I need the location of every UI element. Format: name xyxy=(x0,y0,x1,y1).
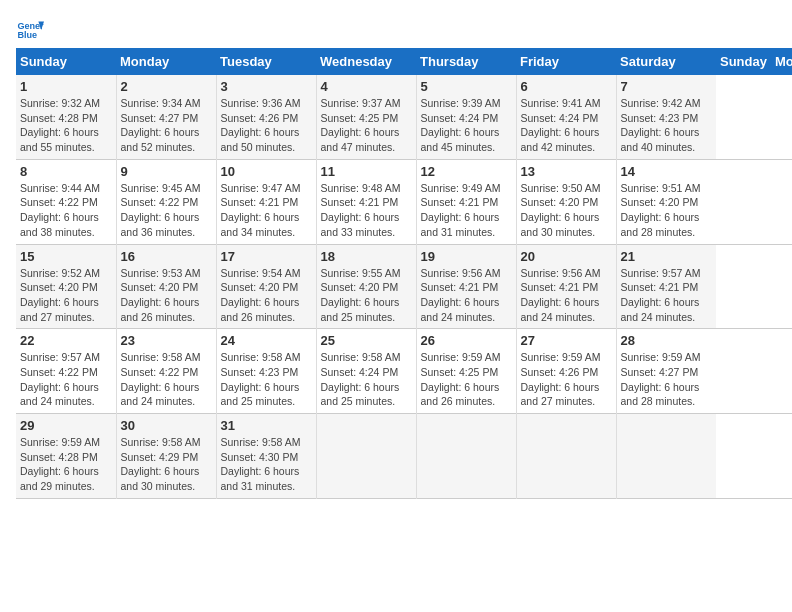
calendar-cell: 17 Sunrise: 9:54 AM Sunset: 4:20 PM Dayl… xyxy=(216,244,316,329)
day-number: 23 xyxy=(121,333,212,348)
sunrise-text: Sunrise: 9:54 AM xyxy=(221,267,301,279)
sunset-text: Sunset: 4:23 PM xyxy=(221,366,299,378)
sunset-text: Sunset: 4:22 PM xyxy=(121,196,199,208)
sunrise-text: Sunrise: 9:51 AM xyxy=(621,182,701,194)
sunrise-text: Sunrise: 9:49 AM xyxy=(421,182,501,194)
calendar-cell: 16 Sunrise: 9:53 AM Sunset: 4:20 PM Dayl… xyxy=(116,244,216,329)
daylight-text: Daylight: 6 hours and 25 minutes. xyxy=(321,296,400,323)
day-number: 12 xyxy=(421,164,512,179)
daylight-text: Daylight: 6 hours and 24 minutes. xyxy=(621,296,700,323)
day-number: 3 xyxy=(221,79,312,94)
sunset-text: Sunset: 4:20 PM xyxy=(221,281,299,293)
calendar-week-row: 15 Sunrise: 9:52 AM Sunset: 4:20 PM Dayl… xyxy=(16,244,792,329)
sunset-text: Sunset: 4:27 PM xyxy=(121,112,199,124)
day-info: Sunrise: 9:56 AM Sunset: 4:21 PM Dayligh… xyxy=(421,266,512,325)
header-monday: Monday xyxy=(116,48,216,75)
sunrise-text: Sunrise: 9:59 AM xyxy=(20,436,100,448)
sunset-text: Sunset: 4:20 PM xyxy=(20,281,98,293)
sunset-text: Sunset: 4:24 PM xyxy=(521,112,599,124)
sunrise-text: Sunrise: 9:47 AM xyxy=(221,182,301,194)
calendar-cell: 25 Sunrise: 9:58 AM Sunset: 4:24 PM Dayl… xyxy=(316,329,416,414)
day-info: Sunrise: 9:52 AM Sunset: 4:20 PM Dayligh… xyxy=(20,266,112,325)
day-info: Sunrise: 9:42 AM Sunset: 4:23 PM Dayligh… xyxy=(621,96,713,155)
day-number: 21 xyxy=(621,249,713,264)
daylight-text: Daylight: 6 hours and 27 minutes. xyxy=(20,296,99,323)
day-info: Sunrise: 9:32 AM Sunset: 4:28 PM Dayligh… xyxy=(20,96,112,155)
sunrise-text: Sunrise: 9:59 AM xyxy=(421,351,501,363)
sunset-text: Sunset: 4:30 PM xyxy=(221,451,299,463)
sunrise-text: Sunrise: 9:56 AM xyxy=(521,267,601,279)
calendar-week-row: 8 Sunrise: 9:44 AM Sunset: 4:22 PM Dayli… xyxy=(16,159,792,244)
calendar-cell: 15 Sunrise: 9:52 AM Sunset: 4:20 PM Dayl… xyxy=(16,244,116,329)
day-number: 7 xyxy=(621,79,713,94)
sunset-text: Sunset: 4:21 PM xyxy=(221,196,299,208)
sunset-text: Sunset: 4:22 PM xyxy=(20,366,98,378)
calendar-cell xyxy=(616,414,716,499)
sunset-text: Sunset: 4:20 PM xyxy=(621,196,699,208)
sunset-text: Sunset: 4:24 PM xyxy=(321,366,399,378)
day-info: Sunrise: 9:47 AM Sunset: 4:21 PM Dayligh… xyxy=(221,181,312,240)
day-info: Sunrise: 9:58 AM Sunset: 4:30 PM Dayligh… xyxy=(221,435,312,494)
day-number: 22 xyxy=(20,333,112,348)
header-saturday: Saturday xyxy=(616,48,716,75)
sunrise-text: Sunrise: 9:58 AM xyxy=(121,351,201,363)
day-info: Sunrise: 9:57 AM Sunset: 4:22 PM Dayligh… xyxy=(20,350,112,409)
daylight-text: Daylight: 6 hours and 26 minutes. xyxy=(121,296,200,323)
calendar-cell: 14 Sunrise: 9:51 AM Sunset: 4:20 PM Dayl… xyxy=(616,159,716,244)
calendar-cell: 3 Sunrise: 9:36 AM Sunset: 4:26 PM Dayli… xyxy=(216,75,316,159)
sunset-text: Sunset: 4:21 PM xyxy=(521,281,599,293)
sunrise-text: Sunrise: 9:39 AM xyxy=(421,97,501,109)
sunrise-text: Sunrise: 9:58 AM xyxy=(121,436,201,448)
sunset-text: Sunset: 4:27 PM xyxy=(621,366,699,378)
daylight-text: Daylight: 6 hours and 40 minutes. xyxy=(621,126,700,153)
day-number: 17 xyxy=(221,249,312,264)
calendar-cell: 8 Sunrise: 9:44 AM Sunset: 4:22 PM Dayli… xyxy=(16,159,116,244)
daylight-text: Daylight: 6 hours and 47 minutes. xyxy=(321,126,400,153)
sunrise-text: Sunrise: 9:57 AM xyxy=(621,267,701,279)
sunset-text: Sunset: 4:26 PM xyxy=(221,112,299,124)
day-number: 8 xyxy=(20,164,112,179)
day-number: 1 xyxy=(20,79,112,94)
day-number: 29 xyxy=(20,418,112,433)
calendar-cell: 26 Sunrise: 9:59 AM Sunset: 4:25 PM Dayl… xyxy=(416,329,516,414)
sunset-text: Sunset: 4:22 PM xyxy=(121,366,199,378)
daylight-text: Daylight: 6 hours and 28 minutes. xyxy=(621,381,700,408)
daylight-text: Daylight: 6 hours and 30 minutes. xyxy=(521,211,600,238)
calendar-cell xyxy=(516,414,616,499)
sunrise-text: Sunrise: 9:58 AM xyxy=(321,351,401,363)
sunset-text: Sunset: 4:25 PM xyxy=(421,366,499,378)
daylight-text: Daylight: 6 hours and 24 minutes. xyxy=(121,381,200,408)
day-number: 26 xyxy=(421,333,512,348)
sunset-text: Sunset: 4:20 PM xyxy=(121,281,199,293)
sunrise-text: Sunrise: 9:37 AM xyxy=(321,97,401,109)
calendar-cell: 31 Sunrise: 9:58 AM Sunset: 4:30 PM Dayl… xyxy=(216,414,316,499)
sunrise-text: Sunrise: 9:59 AM xyxy=(621,351,701,363)
day-number: 25 xyxy=(321,333,412,348)
header-sunday: Sunday xyxy=(16,48,116,75)
calendar-cell: 30 Sunrise: 9:58 AM Sunset: 4:29 PM Dayl… xyxy=(116,414,216,499)
daylight-text: Daylight: 6 hours and 42 minutes. xyxy=(521,126,600,153)
daylight-text: Daylight: 6 hours and 33 minutes. xyxy=(321,211,400,238)
calendar-cell: 11 Sunrise: 9:48 AM Sunset: 4:21 PM Dayl… xyxy=(316,159,416,244)
daylight-text: Daylight: 6 hours and 50 minutes. xyxy=(221,126,300,153)
calendar-cell: 1 Sunrise: 9:32 AM Sunset: 4:28 PM Dayli… xyxy=(16,75,116,159)
day-info: Sunrise: 9:36 AM Sunset: 4:26 PM Dayligh… xyxy=(221,96,312,155)
calendar-cell: 19 Sunrise: 9:56 AM Sunset: 4:21 PM Dayl… xyxy=(416,244,516,329)
sunset-text: Sunset: 4:23 PM xyxy=(621,112,699,124)
calendar-cell: 20 Sunrise: 9:56 AM Sunset: 4:21 PM Dayl… xyxy=(516,244,616,329)
sunrise-text: Sunrise: 9:52 AM xyxy=(20,267,100,279)
calendar-cell: 9 Sunrise: 9:45 AM Sunset: 4:22 PM Dayli… xyxy=(116,159,216,244)
calendar-cell: 13 Sunrise: 9:50 AM Sunset: 4:20 PM Dayl… xyxy=(516,159,616,244)
day-info: Sunrise: 9:59 AM Sunset: 4:28 PM Dayligh… xyxy=(20,435,112,494)
daylight-text: Daylight: 6 hours and 45 minutes. xyxy=(421,126,500,153)
daylight-text: Daylight: 6 hours and 28 minutes. xyxy=(621,211,700,238)
daylight-text: Daylight: 6 hours and 52 minutes. xyxy=(121,126,200,153)
sunset-text: Sunset: 4:25 PM xyxy=(321,112,399,124)
day-number: 13 xyxy=(521,164,612,179)
day-info: Sunrise: 9:54 AM Sunset: 4:20 PM Dayligh… xyxy=(221,266,312,325)
daylight-text: Daylight: 6 hours and 24 minutes. xyxy=(421,296,500,323)
day-info: Sunrise: 9:44 AM Sunset: 4:22 PM Dayligh… xyxy=(20,181,112,240)
header-wednesday: Wednesday xyxy=(316,48,416,75)
day-info: Sunrise: 9:57 AM Sunset: 4:21 PM Dayligh… xyxy=(621,266,713,325)
logo-icon: General Blue xyxy=(16,16,44,44)
